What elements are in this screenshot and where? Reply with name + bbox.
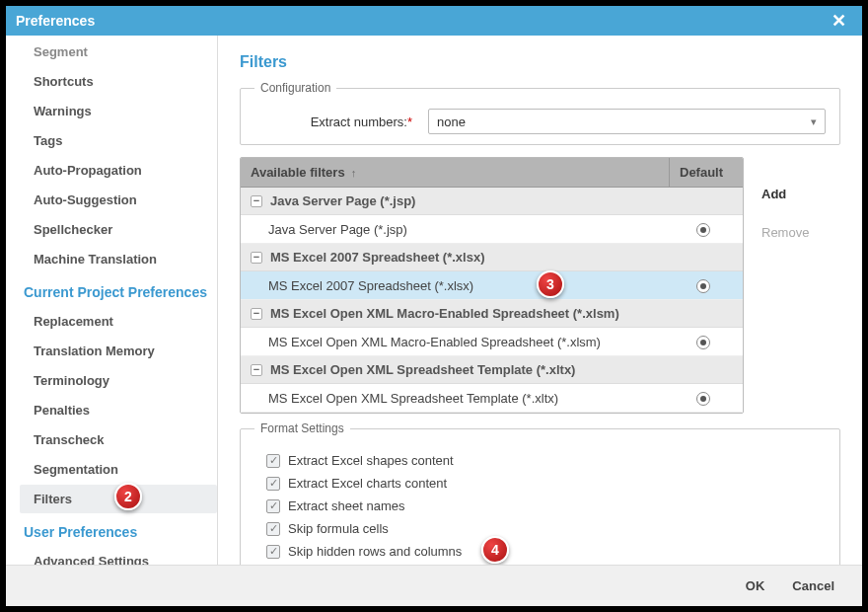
sidebar-item-transcheck[interactable]: Transcheck: [20, 425, 217, 454]
sidebar-item-filters[interactable]: Filters 2: [20, 485, 217, 513]
checkbox[interactable]: [266, 522, 280, 536]
format-option-label: Extract Excel charts content: [288, 476, 447, 491]
dropdown-value: none: [437, 115, 466, 129]
sidebar-item-warnings[interactable]: Warnings: [20, 97, 217, 125]
sidebar-item-segment[interactable]: Segment: [20, 38, 217, 66]
filter-group-header[interactable]: −MS Excel 2007 Spreadsheet (*.xlsx): [241, 244, 743, 271]
filter-actions: Add Remove: [761, 157, 840, 414]
add-button[interactable]: Add: [761, 187, 840, 201]
sidebar-item-label: Filters: [34, 492, 72, 506]
sidebar-heading-user: User Preferences: [20, 514, 217, 546]
configuration-legend: Configuration: [254, 81, 336, 95]
default-radio[interactable]: [696, 223, 710, 237]
configuration-fieldset: Configuration Extract numbers:* none ▾: [240, 81, 840, 145]
format-settings-fieldset: Format Settings Extract Excel shapes con…: [240, 421, 840, 565]
dialog-body: Segment Shortcuts Warnings Tags Auto-Pro…: [6, 36, 862, 565]
format-option-label: Extract sheet names: [288, 498, 405, 513]
default-radio-cell: [674, 221, 733, 237]
sidebar-item-advanced-settings[interactable]: Advanced Settings: [20, 547, 217, 565]
filter-group-label: Java Server Page (*.jsp): [270, 193, 415, 208]
filter-row[interactable]: MS Excel Open XML Spreadsheet Template (…: [241, 384, 743, 413]
default-radio[interactable]: [696, 336, 710, 349]
filter-row[interactable]: MS Excel 2007 Spreadsheet (*.xlsx)3: [241, 271, 743, 300]
default-radio[interactable]: [696, 392, 710, 406]
ok-button[interactable]: OK: [746, 578, 765, 593]
collapse-icon[interactable]: −: [251, 308, 262, 320]
sort-ascending-icon: ↑: [351, 167, 357, 179]
extract-numbers-label: Extract numbers:*: [254, 115, 412, 129]
extract-numbers-dropdown[interactable]: none ▾: [428, 109, 826, 134]
format-option-label: Skip formula cells: [288, 521, 389, 536]
column-default[interactable]: Default: [669, 158, 743, 187]
format-option-row: Skip formula cells: [254, 517, 826, 540]
format-option-row: Extract sheet names: [254, 495, 826, 517]
sidebar-item-replacement[interactable]: Replacement: [20, 307, 217, 336]
window-title: Preferences: [16, 13, 95, 29]
table-body[interactable]: −Java Server Page (*.jsp)Java Server Pag…: [241, 188, 743, 413]
remove-button: Remove: [761, 225, 840, 240]
checkbox[interactable]: [266, 454, 280, 468]
filter-group-header[interactable]: −MS Excel Open XML Spreadsheet Template …: [241, 356, 743, 384]
annotation-marker-4: 4: [481, 536, 509, 564]
page-title: Filters: [240, 53, 840, 71]
default-radio-cell: [674, 277, 733, 293]
sidebar-item-spellchecker[interactable]: Spellchecker: [20, 215, 217, 244]
filter-group-header[interactable]: −Java Server Page (*.jsp): [241, 188, 743, 215]
filter-row-label: MS Excel Open XML Spreadsheet Template (…: [251, 391, 674, 406]
checkbox[interactable]: [266, 545, 280, 559]
sidebar-item-machine-translation[interactable]: Machine Translation: [20, 245, 217, 273]
sidebar-item-tags[interactable]: Tags: [20, 126, 217, 155]
available-filters-table: Available filters ↑ Default −Java Server…: [240, 157, 744, 414]
format-option-row: Extract Excel charts content: [254, 472, 826, 495]
filter-group-label: MS Excel Open XML Spreadsheet Template (…: [270, 362, 575, 377]
table-header: Available filters ↑ Default: [241, 158, 743, 188]
main-panel: Filters Configuration Extract numbers:* …: [218, 36, 862, 565]
sidebar-item-segmentation[interactable]: Segmentation: [20, 455, 217, 484]
sidebar-heading-project: Current Project Preferences: [20, 274, 217, 306]
collapse-icon[interactable]: −: [251, 195, 262, 207]
format-option-row: Skip hidden rows and columns4: [254, 540, 826, 563]
close-icon[interactable]: ✕: [826, 10, 852, 32]
filter-group-label: MS Excel Open XML Macro-Enabled Spreadsh…: [270, 306, 619, 321]
format-settings-legend: Format Settings: [254, 421, 350, 435]
filter-row-label: MS Excel Open XML Macro-Enabled Spreadsh…: [251, 335, 674, 349]
chevron-down-icon: ▾: [811, 115, 817, 128]
sidebar-item-auto-propagation[interactable]: Auto-Propagation: [20, 156, 217, 185]
cancel-button[interactable]: Cancel: [792, 578, 834, 593]
default-radio-cell: [674, 390, 733, 406]
filter-row-label: MS Excel 2007 Spreadsheet (*.xlsx)3: [251, 278, 674, 293]
preferences-window: Preferences ✕ Segment Shortcuts Warnings…: [6, 6, 862, 606]
default-radio-cell: [674, 334, 733, 349]
sidebar: Segment Shortcuts Warnings Tags Auto-Pro…: [6, 36, 218, 565]
sidebar-item-terminology[interactable]: Terminology: [20, 366, 217, 395]
filters-area: Available filters ↑ Default −Java Server…: [240, 157, 840, 414]
column-available-filters[interactable]: Available filters ↑: [241, 158, 669, 187]
format-option-row: Extract Excel shapes content: [254, 449, 826, 472]
dialog-footer: OK Cancel: [6, 565, 862, 606]
format-option-label: Extract Excel shapes content: [288, 453, 454, 468]
sidebar-item-penalties[interactable]: Penalties: [20, 396, 217, 424]
sidebar-item-shortcuts[interactable]: Shortcuts: [20, 67, 217, 96]
filter-group-label: MS Excel 2007 Spreadsheet (*.xlsx): [270, 250, 485, 265]
checkbox[interactable]: [266, 477, 280, 491]
extract-numbers-row: Extract numbers:* none ▾: [254, 109, 826, 134]
titlebar: Preferences ✕: [6, 6, 862, 36]
sidebar-item-translation-memory[interactable]: Translation Memory: [20, 337, 217, 365]
filter-row[interactable]: Java Server Page (*.jsp): [241, 215, 743, 244]
filter-row-label: Java Server Page (*.jsp): [251, 222, 674, 237]
collapse-icon[interactable]: −: [251, 252, 262, 264]
format-option-label: Skip hidden rows and columns: [288, 544, 462, 559]
filter-group-header[interactable]: −MS Excel Open XML Macro-Enabled Spreads…: [241, 300, 743, 328]
column-label: Available filters: [251, 165, 345, 180]
collapse-icon[interactable]: −: [251, 364, 262, 376]
annotation-marker-3: 3: [537, 270, 564, 298]
annotation-marker-2: 2: [114, 483, 142, 510]
filter-row[interactable]: MS Excel Open XML Macro-Enabled Spreadsh…: [241, 328, 743, 356]
sidebar-item-auto-suggestion[interactable]: Auto-Suggestion: [20, 186, 217, 214]
default-radio[interactable]: [696, 279, 710, 293]
checkbox[interactable]: [266, 499, 280, 513]
